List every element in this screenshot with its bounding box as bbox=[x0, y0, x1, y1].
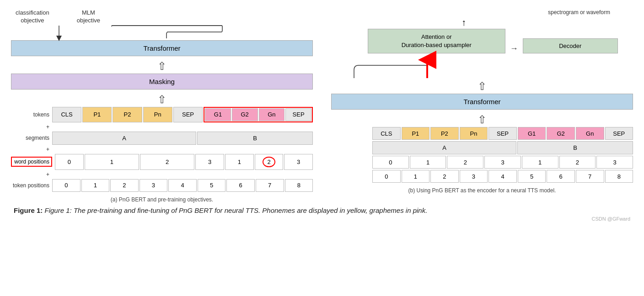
b-segment-a: A bbox=[372, 141, 516, 154]
b-wp-2b: 2 bbox=[559, 156, 596, 169]
tp-8: 8 bbox=[285, 179, 313, 192]
token-g2: G2 bbox=[232, 108, 258, 121]
tokens-row-a: tokens CLS P1 P2 Pn SEP bbox=[11, 107, 313, 122]
mlm-objective-label: MLM objective bbox=[77, 9, 100, 25]
arrow-to-spectrogram: ↑ bbox=[462, 17, 503, 28]
tp-6: 6 bbox=[226, 179, 255, 192]
b-tp-1: 1 bbox=[402, 170, 430, 183]
b-token-sep2: SEP bbox=[605, 127, 633, 140]
b-token-gn: Gn bbox=[576, 127, 604, 140]
tokens-label-a: tokens bbox=[11, 111, 52, 118]
tokens-cells-a: CLS P1 P2 Pn SEP G1 G2 Gn bbox=[52, 107, 313, 122]
b-wp-3: 3 bbox=[484, 156, 521, 169]
plus-row-1: + bbox=[11, 124, 313, 130]
wp-2: 2 bbox=[140, 154, 194, 170]
wp-1b: 1 bbox=[225, 154, 254, 170]
token-positions-label-a: token positions bbox=[11, 182, 52, 189]
token-gn: Gn bbox=[259, 108, 285, 121]
decoder-block: Decoder bbox=[523, 38, 618, 53]
figure-label: Figure 1: bbox=[14, 206, 43, 214]
b-tp-4: 4 bbox=[488, 170, 517, 183]
masking-block-a: Masking bbox=[11, 74, 313, 90]
word-positions-row-b: 0 1 2 3 1 2 3 bbox=[331, 156, 633, 169]
segments-row-a: segments A B bbox=[11, 132, 313, 145]
classification-objective-label: classification objective bbox=[16, 9, 49, 25]
transformer-block-b: Transformer bbox=[331, 94, 633, 110]
plus-row-2: + bbox=[11, 146, 313, 153]
token-sep2: SEP bbox=[285, 108, 311, 121]
b-token-p2: P2 bbox=[430, 127, 459, 140]
b-tp-6: 6 bbox=[547, 170, 575, 183]
word-positions-cells-b: 0 1 2 3 1 2 3 bbox=[372, 156, 633, 169]
spectrogram-label: spectrogram or waveform bbox=[331, 9, 633, 16]
watermark: CSDN @GFward bbox=[9, 216, 635, 222]
plus-row-3: + bbox=[11, 171, 313, 178]
wp-3: 3 bbox=[195, 154, 224, 170]
b-wp-1b: 1 bbox=[522, 156, 558, 169]
brace-red-arrow-area bbox=[331, 56, 633, 79]
caption-a: (a) PnG BERT and pre-training objectives… bbox=[111, 196, 213, 203]
token-g1: G1 bbox=[205, 108, 231, 121]
plus-1: + bbox=[11, 124, 52, 130]
wp-2b: 2 bbox=[255, 154, 284, 170]
word-positions-label-a: word positions bbox=[11, 157, 52, 167]
diagram-b: spectrogram or waveform ↑ Attention or D… bbox=[331, 9, 633, 203]
tokens-cells-b: CLS P1 P2 Pn SEP G1 G2 Gn SEP bbox=[372, 127, 633, 140]
wp-1: 1 bbox=[85, 154, 139, 170]
tp-1: 1 bbox=[81, 179, 110, 192]
token-cls: CLS bbox=[52, 107, 81, 122]
token-positions-cells-b: 0 1 2 3 4 5 6 7 8 bbox=[372, 170, 633, 183]
token-positions-cells-a: 0 1 2 3 4 5 6 7 8 bbox=[52, 179, 313, 192]
input-rows-b: CLS P1 P2 Pn SEP G1 G2 Gn SEP A bbox=[331, 127, 633, 183]
plus-3: + bbox=[11, 171, 52, 178]
b-tp-8: 8 bbox=[605, 170, 633, 183]
b-token-g1: G1 bbox=[518, 127, 546, 140]
b-tp-7: 7 bbox=[576, 170, 604, 183]
tp-4: 4 bbox=[168, 179, 197, 192]
b-wp-3b: 3 bbox=[596, 156, 633, 169]
arrow-up-b: ⇧ bbox=[478, 80, 487, 93]
token-sep1: SEP bbox=[173, 107, 203, 122]
diagrams-row: classification objective MLM objective bbox=[9, 9, 635, 203]
segments-cells-b: A B bbox=[372, 141, 633, 154]
arrow-up-masking: ⇧ bbox=[157, 93, 166, 106]
tp-0: 0 bbox=[52, 179, 80, 192]
token-p1: P1 bbox=[82, 107, 112, 122]
token-positions-row-b: 0 1 2 3 4 5 6 7 8 bbox=[331, 170, 633, 183]
arrow-up-b2: ⇧ bbox=[478, 113, 487, 126]
tokens-row-b: CLS P1 P2 Pn SEP G1 G2 Gn SEP bbox=[331, 127, 633, 140]
oval-2: 2 bbox=[263, 157, 275, 167]
top-blocks-b: Attention or Duration-based upsampler → … bbox=[331, 29, 633, 53]
transformer-block-a: Transformer bbox=[11, 40, 313, 56]
b-tp-5: 5 bbox=[518, 170, 546, 183]
arrow-down-a: ⇧ bbox=[157, 60, 166, 73]
b-token-p1: P1 bbox=[402, 127, 430, 140]
segment-b: B bbox=[197, 132, 313, 145]
b-token-pn: Pn bbox=[460, 127, 488, 140]
caption-b: (b) Using PnG BERT as the encoder for a … bbox=[408, 187, 556, 194]
plus-2: + bbox=[11, 146, 52, 153]
arrow-right-decoder: → bbox=[510, 44, 518, 53]
input-rows-a: tokens CLS P1 P2 Pn SEP bbox=[11, 107, 313, 192]
tp-3: 3 bbox=[140, 179, 168, 192]
b-tp-3: 3 bbox=[460, 170, 488, 183]
b-wp-1: 1 bbox=[410, 156, 446, 169]
b-tp-0: 0 bbox=[372, 170, 401, 183]
segments-cells-a: A B bbox=[52, 132, 313, 145]
b-wp-2: 2 bbox=[447, 156, 483, 169]
token-group-red: G1 G2 Gn SEP bbox=[204, 107, 313, 122]
main-content: classification objective MLM objective bbox=[9, 5, 635, 222]
word-positions-cells-a: 0 1 2 3 1 2 3 bbox=[55, 154, 313, 170]
b-token-sep1: SEP bbox=[488, 127, 517, 140]
segments-label-a: segments bbox=[11, 135, 52, 141]
token-positions-row-a: token positions 0 1 2 3 4 5 6 7 8 bbox=[11, 179, 313, 192]
attention-block: Attention or Duration-based upsampler bbox=[368, 29, 505, 53]
b-segment-b: B bbox=[517, 141, 633, 154]
token-pn: Pn bbox=[143, 107, 172, 122]
b-wp-0: 0 bbox=[372, 156, 409, 169]
objective-labels: classification objective MLM objective bbox=[11, 9, 313, 25]
wp-3b: 3 bbox=[284, 154, 313, 170]
figure-caption: Figure 1: Figure 1: The pre-training and… bbox=[9, 206, 635, 214]
figure-caption-text: Figure 1: The pre-training and fine-tuni… bbox=[45, 206, 428, 214]
wp-0: 0 bbox=[55, 154, 84, 170]
